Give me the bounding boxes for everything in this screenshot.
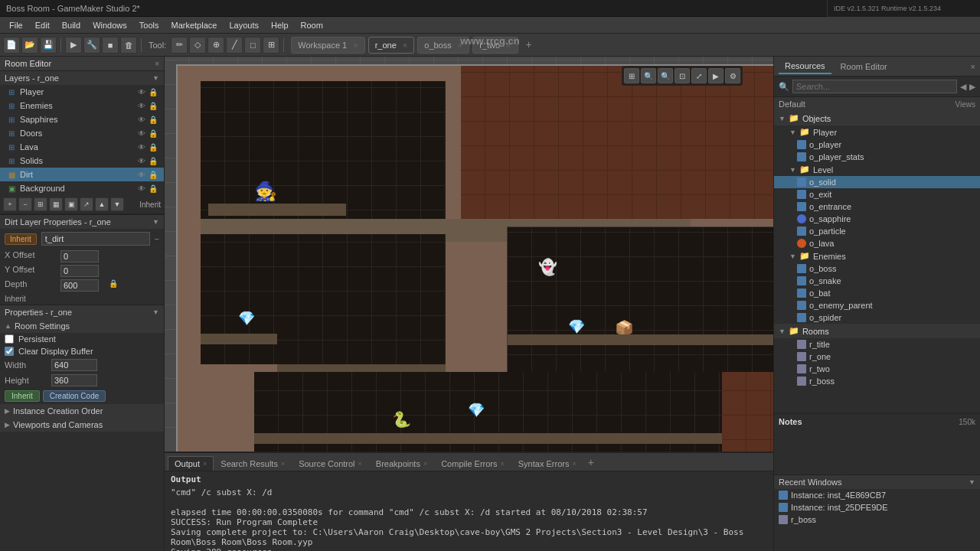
layer-enemies-lock[interactable]: 🔒 xyxy=(149,102,158,110)
layer-props-title[interactable]: Dirt Layer Properties - r_one ▼ xyxy=(0,215,164,229)
compile-tab-close[interactable]: × xyxy=(501,460,505,468)
o-entrance-item[interactable]: o_entrance xyxy=(774,201,980,213)
open-button[interactable]: 📂 xyxy=(21,37,38,54)
inherit-props-btn[interactable]: Inherit xyxy=(5,390,40,402)
layer-doors-eye[interactable]: 👁 xyxy=(138,129,145,138)
viewports-cameras-group[interactable]: ▶ Viewports and Cameras xyxy=(0,418,164,432)
menu-help[interactable]: Help xyxy=(265,19,295,31)
clean-button[interactable]: 🗑 xyxy=(120,37,137,54)
search-nav-next[interactable]: ▶ xyxy=(969,82,975,92)
o-player-stats-item[interactable]: o_player_stats xyxy=(774,151,980,163)
menu-windows[interactable]: Windows xyxy=(87,19,133,31)
tab-output[interactable]: Output × xyxy=(168,456,214,471)
layer-enemies[interactable]: ⊞ Enemies 👁 🔒 xyxy=(0,99,164,112)
tab-search-results[interactable]: Search Results × xyxy=(214,456,292,471)
inherit-button[interactable]: Inherit xyxy=(5,233,37,245)
output-tab-close[interactable]: × xyxy=(203,460,207,468)
room-settings-group[interactable]: ▲ Room Settings xyxy=(0,319,164,333)
layer-enemies-eye[interactable]: 👁 xyxy=(138,102,145,110)
menu-edit[interactable]: Edit xyxy=(29,19,56,31)
zoom-in-btn[interactable]: 🔍 xyxy=(641,68,656,83)
menu-file[interactable]: File xyxy=(3,19,29,31)
o-bat-item[interactable]: o_bat xyxy=(774,287,980,299)
layer-player-lock[interactable]: 🔒 xyxy=(149,88,158,96)
layer-background[interactable]: ▣ Background 👁 🔒 xyxy=(0,181,164,195)
rect-tool[interactable]: □ xyxy=(244,37,261,54)
o-particle-item[interactable]: o_particle xyxy=(774,225,980,237)
o-enemy-parent-item[interactable]: o_enemy_parent xyxy=(774,299,980,311)
room-editor-res-tab[interactable]: Room Editor xyxy=(835,60,893,73)
layer-lava-lock[interactable]: 🔒 xyxy=(149,143,158,152)
breakpoints-tab-close[interactable]: × xyxy=(423,460,427,468)
o-exit-item[interactable]: o_exit xyxy=(774,188,980,201)
o-spider-item[interactable]: o_spider xyxy=(774,311,980,324)
play-room-btn[interactable]: ▶ xyxy=(708,68,724,83)
tab-r-one[interactable]: r_one × xyxy=(368,37,415,54)
fill-tool[interactable]: ⊕ xyxy=(207,37,224,54)
layer-solids-eye[interactable]: 👁 xyxy=(138,157,145,165)
pencil-tool[interactable]: ✏ xyxy=(171,37,188,54)
height-input[interactable] xyxy=(51,374,97,386)
x-offset-input[interactable] xyxy=(60,250,99,262)
o-lava-item[interactable]: o_lava xyxy=(774,237,980,249)
layer-sapphires-eye[interactable]: 👁 xyxy=(138,116,145,124)
tab-breakpoints[interactable]: Breakpoints × xyxy=(369,456,434,471)
room-editor-close[interactable]: × xyxy=(155,60,159,68)
layer-solids-lock[interactable]: 🔒 xyxy=(149,157,158,165)
search-nav-prev[interactable]: ◀ xyxy=(960,82,966,92)
layer-solids[interactable]: ⊞ Solids 👁 🔒 xyxy=(0,154,164,168)
o-solid-item[interactable]: o_solid xyxy=(774,176,980,188)
tab-syntax-errors[interactable]: Syntax Errors × xyxy=(511,456,583,471)
r-title-item[interactable]: r_title xyxy=(774,338,980,350)
tab-compile-errors[interactable]: Compile Errors × xyxy=(434,456,511,471)
tab-r-two[interactable]: r_two × xyxy=(472,37,518,54)
tab-workspace1[interactable]: Workspace 1 × xyxy=(291,37,364,54)
layer-bg-btn[interactable]: ▣ xyxy=(64,197,78,211)
level-subgroup[interactable]: ▼ 📁 Level xyxy=(774,163,980,176)
creation-code-btn[interactable]: Creation Code xyxy=(43,390,106,402)
line-tool[interactable]: ╱ xyxy=(226,37,243,54)
search-tab-close[interactable]: × xyxy=(281,460,285,468)
o-sapphire-item[interactable]: o_sapphire xyxy=(774,213,980,225)
room-canvas[interactable]: 🧙 💎 xyxy=(165,57,773,452)
r-two-item[interactable]: r_two xyxy=(774,363,980,375)
properties-title[interactable]: Properties - r_one ▼ xyxy=(0,305,164,319)
settings-btn[interactable]: ⚙ xyxy=(725,68,740,83)
layer-dirt[interactable]: ▦ Dirt 👁 🔒 xyxy=(0,168,164,181)
depth-input[interactable] xyxy=(60,279,99,292)
menu-layouts[interactable]: Layouts xyxy=(223,19,265,31)
menu-tools[interactable]: Tools xyxy=(133,19,165,31)
grid-toggle-btn[interactable]: ⊞ xyxy=(624,68,639,83)
layer-doors[interactable]: ⊞ Doors 👁 🔒 xyxy=(0,126,164,140)
layer-player[interactable]: ⊞ Player 👁 🔒 xyxy=(0,85,164,99)
zoom-out-btn[interactable]: 🔍 xyxy=(658,68,673,83)
eraser-tool[interactable]: ◇ xyxy=(189,37,206,54)
add-layer-btn[interactable]: + xyxy=(3,197,17,211)
tab-o-boss[interactable]: o_boss × xyxy=(417,37,469,54)
new-button[interactable]: 📄 xyxy=(3,37,20,54)
resources-tab[interactable]: Resources xyxy=(779,59,831,74)
objects-header[interactable]: ▼ 📁 Objects xyxy=(774,111,980,126)
game-room-view[interactable]: 🧙 💎 xyxy=(176,64,773,452)
y-offset-input[interactable] xyxy=(60,265,99,277)
rooms-header[interactable]: ▼ 📁 Rooms xyxy=(774,324,980,338)
layer-instances-btn[interactable]: ⊞ xyxy=(34,197,47,211)
layer-sapphires-lock[interactable]: 🔒 xyxy=(149,116,158,124)
source-tab-close[interactable]: × xyxy=(358,460,362,468)
play-button[interactable]: ▶ xyxy=(65,37,82,54)
add-tab-button[interactable]: + xyxy=(521,37,537,54)
fit-btn[interactable]: ⊡ xyxy=(675,68,690,83)
layer-down-btn[interactable]: ▼ xyxy=(110,197,124,211)
layer-lava[interactable]: ⊞ Lava 👁 🔒 xyxy=(0,140,164,154)
search-input[interactable] xyxy=(792,80,957,93)
width-input[interactable] xyxy=(51,359,97,371)
delete-layer-btn[interactable]: − xyxy=(18,197,32,211)
layer-lava-eye[interactable]: 👁 xyxy=(138,143,145,152)
layer-tiles-btn[interactable]: ▦ xyxy=(49,197,63,211)
depth-lock-icon[interactable]: 🔒 xyxy=(109,279,155,292)
recent-item-1[interactable]: Instance: inst_4E869CB7 xyxy=(774,489,980,501)
o-player-item[interactable]: o_player xyxy=(774,139,980,151)
o-snake-item[interactable]: o_snake xyxy=(774,275,980,287)
instance-creation-group[interactable]: ▶ Instance Creation Order xyxy=(0,404,164,418)
layer-dirt-lock[interactable]: 🔒 xyxy=(149,171,158,179)
